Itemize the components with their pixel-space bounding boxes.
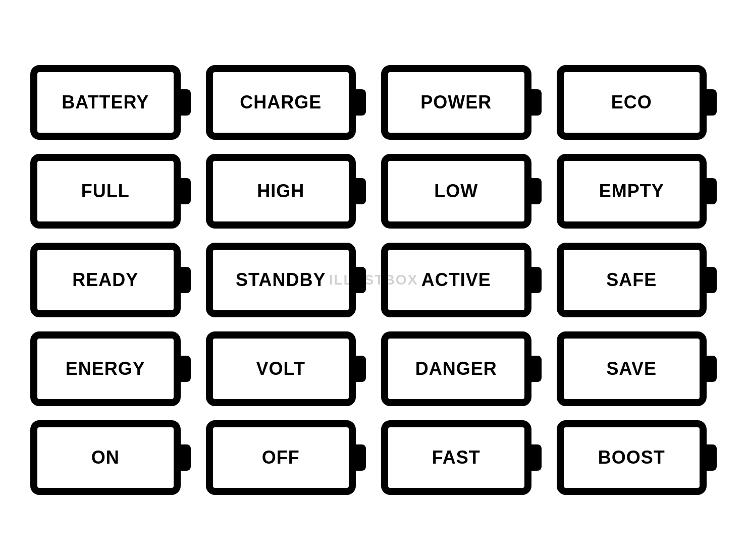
battery-terminal (355, 178, 366, 204)
battery-item-full: FULL (30, 154, 191, 229)
battery-terminal (706, 356, 717, 382)
battery-terminal (706, 267, 717, 293)
battery-item-battery: BATTERY (30, 65, 191, 140)
battery-terminal (180, 89, 191, 116)
battery-item-high: HIGH (206, 154, 366, 229)
battery-item-volt: VOLT (206, 331, 366, 406)
battery-item-danger: DANGER (381, 331, 542, 406)
battery-item-ready: READY (30, 243, 191, 317)
battery-item-empty: EMPTY (557, 154, 717, 229)
battery-item-eco: ECO (557, 65, 717, 140)
battery-icons-grid: BATTERYCHARGEPOWERECOFULLHIGHLOWEMPTYREA… (0, 45, 747, 515)
battery-item-energy: ENERGY (30, 331, 191, 406)
battery-item-low: LOW (381, 154, 542, 229)
battery-label-danger: DANGER (415, 358, 497, 379)
battery-terminal (180, 267, 191, 293)
battery-label-energy: ENERGY (66, 358, 145, 379)
battery-label-safe: SAFE (606, 269, 657, 291)
battery-terminal (530, 89, 542, 116)
battery-terminal (180, 444, 191, 471)
battery-label-battery: BATTERY (62, 92, 149, 113)
battery-label-charge: CHARGE (240, 92, 322, 113)
battery-label-high: HIGH (257, 181, 304, 202)
battery-item-active: ACTIVE (381, 243, 542, 317)
battery-terminal (530, 444, 542, 471)
battery-terminal (530, 356, 542, 382)
battery-terminal (530, 267, 542, 293)
battery-item-power: POWER (381, 65, 542, 140)
battery-item-safe: SAFE (557, 243, 717, 317)
battery-label-eco: ECO (611, 92, 652, 113)
battery-label-boost: BOOST (598, 447, 665, 468)
battery-terminal (706, 444, 717, 471)
battery-terminal (180, 356, 191, 382)
battery-item-off: OFF (206, 420, 366, 495)
battery-label-active: ACTIVE (421, 269, 491, 291)
battery-terminal (180, 178, 191, 204)
battery-item-on: ON (30, 420, 191, 495)
battery-label-power: POWER (420, 92, 492, 113)
battery-item-boost: BOOST (557, 420, 717, 495)
battery-terminal (355, 267, 366, 293)
battery-terminal (355, 356, 366, 382)
battery-item-charge: CHARGE (206, 65, 366, 140)
battery-terminal (706, 89, 717, 116)
battery-terminal (530, 178, 542, 204)
battery-label-empty: EMPTY (599, 181, 664, 202)
battery-label-on: ON (91, 447, 120, 468)
battery-label-save: SAVE (607, 358, 657, 379)
battery-label-volt: VOLT (256, 358, 305, 379)
battery-item-fast: FAST (381, 420, 542, 495)
battery-label-full: FULL (81, 181, 130, 202)
battery-label-off: OFF (262, 447, 300, 468)
battery-item-save: SAVE (557, 331, 717, 406)
battery-label-standby: STANDBY (236, 269, 326, 291)
battery-item-standby: STANDBY (206, 243, 366, 317)
battery-label-low: LOW (434, 181, 478, 202)
battery-terminal (706, 178, 717, 204)
battery-terminal (355, 444, 366, 471)
battery-label-ready: READY (72, 269, 138, 291)
battery-label-fast: FAST (432, 447, 481, 468)
battery-terminal (355, 89, 366, 116)
